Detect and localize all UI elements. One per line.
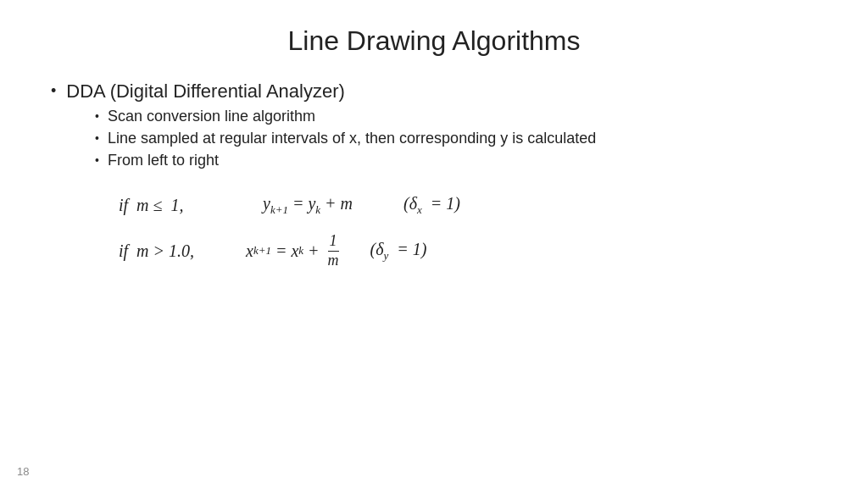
bullet-l2-text-1: Line sampled at regular intervals of x, … <box>108 130 596 147</box>
bullet-l2-text-0: Scan conversion line algorithm <box>108 108 315 125</box>
slide-title: Line Drawing Algorithms <box>51 25 817 57</box>
formulas-block: if m ≤ 1, yk+1 = yk + m (δx = 1) if m > … <box>119 194 817 269</box>
bullet-dot-l2-2: • <box>95 153 99 167</box>
bullet-l2-1: • Line sampled at regular intervals of x… <box>95 130 817 147</box>
bullet-dot-l2-0: • <box>95 109 99 123</box>
bullet-l1-text: DDA (Digital Differential Analyzer) <box>66 80 345 103</box>
bullet-l2-2: • From left to right <box>95 152 817 169</box>
formula-1-if: if m ≤ 1, <box>119 196 195 215</box>
formula-2-if: if m > 1.0, <box>119 241 195 261</box>
sub-bullets: • Scan conversion line algorithm • Line … <box>95 108 817 174</box>
bullet-l2-0: • Scan conversion line algorithm <box>95 108 817 125</box>
content-area: • DDA (Digital Differential Analyzer) • … <box>51 80 817 463</box>
formula-row-2: if m > 1.0, xk+1 = xk + 1 m (δy = 1) <box>119 232 817 269</box>
page-number: 18 <box>17 465 29 478</box>
bullet-dot-l2-1: • <box>95 131 99 145</box>
formula-2-note: (δy = 1) <box>370 240 427 263</box>
slide: Line Drawing Algorithms • DDA (Digital D… <box>0 0 868 488</box>
formula-1-result: yk+1 = yk + m <box>263 194 353 217</box>
formula-1-note: (δx = 1) <box>403 194 460 217</box>
bullet-l2-text-2: From left to right <box>108 152 219 169</box>
formula-2-result: xk+1 = xk + 1 m <box>246 232 343 269</box>
bullet-dot-l1: • <box>51 82 56 100</box>
formula-row-1: if m ≤ 1, yk+1 = yk + m (δx = 1) <box>119 194 817 217</box>
bullet-l1-dda: • DDA (Digital Differential Analyzer) <box>51 80 817 103</box>
